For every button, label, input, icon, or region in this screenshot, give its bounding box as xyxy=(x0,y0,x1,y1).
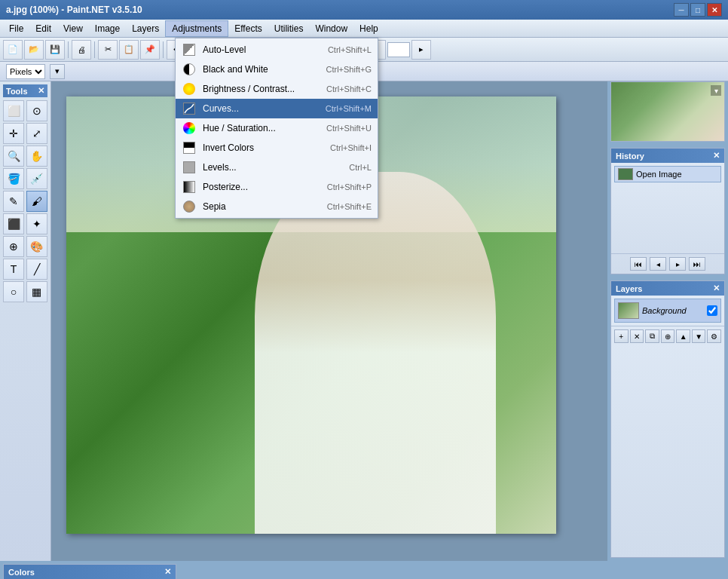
history-thumb xyxy=(618,168,633,180)
menu-item-auto-level[interactable]: Auto-Level Ctrl+Shift+L xyxy=(176,40,378,60)
toolbox-close-icon[interactable]: ✕ xyxy=(38,86,44,96)
auto-level-shortcut: Ctrl+Shift+L xyxy=(328,45,372,54)
history-last-button[interactable]: ⏭ xyxy=(689,257,705,271)
tool-colorpicker[interactable]: 💉 xyxy=(26,168,47,189)
sepia-shortcut: Ctrl+Shift+E xyxy=(327,202,372,211)
tool-zoom[interactable]: 🔍 xyxy=(3,146,24,167)
menu-view[interactable]: View xyxy=(57,20,89,37)
menu-adjustments[interactable]: Adjustments xyxy=(165,20,228,37)
preview-image xyxy=(611,82,724,141)
menu-item-brightness[interactable]: Brightness / Contrast... Ctrl+Shift+C xyxy=(176,79,378,99)
menu-edit[interactable]: Edit xyxy=(29,20,57,37)
paste-button[interactable]: 📌 xyxy=(140,40,160,60)
tool-clone[interactable]: ⊕ xyxy=(3,236,24,257)
hue-icon-graphic xyxy=(183,122,195,134)
curves-label: Curves... xyxy=(203,103,320,114)
copy-button[interactable]: 📋 xyxy=(119,40,139,60)
preview-nav-icon[interactable]: ▾ xyxy=(711,85,721,96)
tool-shapes[interactable]: ○ xyxy=(3,281,24,302)
black-white-shortcut: Ctrl+Shift+G xyxy=(326,65,372,74)
tool-recolor[interactable]: 🎨 xyxy=(26,236,47,257)
menu-item-sepia[interactable]: Sepia Ctrl+Shift+E xyxy=(176,197,378,216)
tool-paintbrush[interactable]: 🖌 xyxy=(26,191,47,212)
layer-merge-button[interactable]: ⊕ xyxy=(661,329,675,343)
layer-down-button[interactable]: ▼ xyxy=(692,329,706,343)
layers-panel: Layers ✕ Background + ✕ ⧉ ⊕ ▲ ▼ ⚙ xyxy=(610,280,725,558)
levels-icon xyxy=(182,160,197,175)
tool-paintbucket[interactable]: 🪣 xyxy=(3,168,24,189)
colors-close-icon[interactable]: ✕ xyxy=(164,567,171,577)
colors-title: Colors xyxy=(8,568,35,577)
layers-controls: + ✕ ⧉ ⊕ ▲ ▼ ⚙ xyxy=(611,326,724,346)
menu-item-invert[interactable]: Invert Colors Ctrl+Shift+I xyxy=(176,138,378,158)
menu-help[interactable]: Help xyxy=(353,20,384,37)
menubar: File Edit View Image Layers Adjustments … xyxy=(0,20,728,38)
layer-properties-button[interactable]: ⚙ xyxy=(707,329,721,343)
cut-button[interactable]: ✂ xyxy=(98,40,118,60)
menu-layers[interactable]: Layers xyxy=(126,20,165,37)
history-prev-button[interactable]: ◂ xyxy=(650,257,666,271)
hue-label: Hue / Saturation... xyxy=(203,123,320,133)
units-dropdown-arrow[interactable]: ▾ xyxy=(50,64,65,79)
auto-level-icon xyxy=(182,42,197,57)
curves-icon xyxy=(182,101,197,116)
tool-eraser[interactable]: ⬛ xyxy=(3,213,24,234)
layers-close-icon[interactable]: ✕ xyxy=(713,283,720,293)
menu-item-hue[interactable]: Hue / Saturation... Ctrl+Shift+U xyxy=(176,118,378,138)
brush-size-increase[interactable]: ▸ xyxy=(411,40,431,60)
tool-text[interactable]: T xyxy=(3,259,24,280)
menu-file[interactable]: File xyxy=(3,20,29,37)
menu-utilities[interactable]: Utilities xyxy=(268,20,310,37)
menu-window[interactable]: Window xyxy=(309,20,353,37)
history-close-icon[interactable]: ✕ xyxy=(713,151,720,161)
tool-grid: ⬜ ⊙ ✛ ⤢ 🔍 ✋ 🪣 💉 ✎ 🖌 ⬛ ✦ ⊕ 🎨 T ╱ ○ ▦ xyxy=(3,100,47,302)
posterize-label: Posterize... xyxy=(203,182,321,192)
brush-size-input[interactable]: 2 xyxy=(387,42,410,57)
menu-item-curves[interactable]: Curves... Ctrl+Shift+M xyxy=(176,99,378,118)
sepia-label: Sepia xyxy=(203,201,321,212)
auto-level-label: Auto-Level xyxy=(203,44,322,55)
layer-item[interactable]: Background xyxy=(614,299,721,323)
close-button[interactable]: ✕ xyxy=(707,3,722,17)
menu-item-black-white[interactable]: Black and White Ctrl+Shift+G xyxy=(176,60,378,79)
menu-image[interactable]: Image xyxy=(89,20,126,37)
new-button[interactable]: 📄 xyxy=(3,40,23,60)
history-content: Open Image xyxy=(611,163,724,253)
open-button[interactable]: 📂 xyxy=(24,40,44,60)
tool-move-pixels[interactable]: ⤢ xyxy=(26,123,47,144)
layer-delete-button[interactable]: ✕ xyxy=(630,329,644,343)
bottom-panel: Colors ✕ Primary More >> ⇄ xyxy=(0,561,728,579)
history-panel: History ✕ Open Image ⏮ ◂ ▸ ⏭ xyxy=(610,148,725,274)
tool-magic-wand[interactable]: ✦ xyxy=(26,213,47,234)
menu-item-levels[interactable]: Levels... Ctrl+L xyxy=(176,158,378,177)
layer-duplicate-button[interactable]: ⧉ xyxy=(645,329,659,343)
print-button[interactable]: 🖨 xyxy=(72,40,91,60)
layer-visibility-checkbox[interactable] xyxy=(707,305,717,316)
tool-move-selection[interactable]: ✛ xyxy=(3,123,24,144)
save-button[interactable]: 💾 xyxy=(45,40,65,60)
tool-pan[interactable]: ✋ xyxy=(26,146,47,167)
history-header: History ✕ xyxy=(611,149,724,163)
toolbar-separator-1 xyxy=(68,41,69,58)
levels-shortcut: Ctrl+L xyxy=(349,163,372,172)
invert-icon-graphic xyxy=(183,142,195,154)
maximize-button[interactable]: □ xyxy=(690,3,705,17)
layer-add-button[interactable]: + xyxy=(614,329,629,343)
menu-item-posterize[interactable]: Posterize... Ctrl+Shift+P xyxy=(176,177,378,197)
history-first-button[interactable]: ⏮ xyxy=(630,257,647,271)
minimize-button[interactable]: ─ xyxy=(674,3,689,17)
tool-lasso-select[interactable]: ⊙ xyxy=(26,100,47,121)
layer-up-button[interactable]: ▲ xyxy=(676,329,690,343)
history-item[interactable]: Open Image xyxy=(614,166,721,182)
toolbox-panel: Tools ✕ ⬜ ⊙ ✛ ⤢ 🔍 ✋ 🪣 💉 ✎ 🖌 ⬛ ✦ ⊕ 🎨 T ╱ … xyxy=(0,81,51,561)
titlebar-controls: ─ □ ✕ xyxy=(674,3,722,17)
hue-shortcut: Ctrl+Shift+U xyxy=(326,124,372,133)
tool-line[interactable]: ╱ xyxy=(26,259,47,280)
tool-rectangle-select[interactable]: ⬜ xyxy=(3,100,24,121)
tool-pencil[interactable]: ✎ xyxy=(3,191,24,212)
tool-gradient[interactable]: ▦ xyxy=(26,281,47,302)
history-next-button[interactable]: ▸ xyxy=(669,257,686,271)
units-select[interactable]: Pixels xyxy=(6,64,45,79)
menu-effects[interactable]: Effects xyxy=(228,20,268,37)
adjustments-dropdown-menu: Auto-Level Ctrl+Shift+L Black and White … xyxy=(175,38,378,219)
